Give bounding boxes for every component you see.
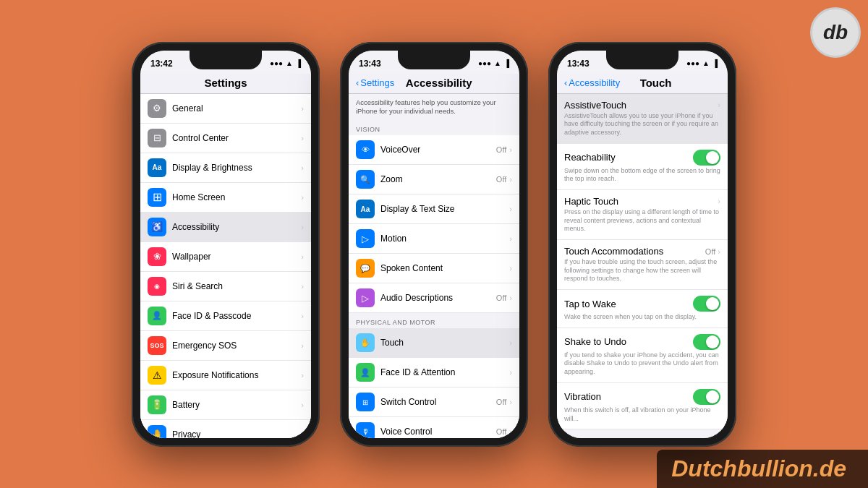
list-item[interactable]: ❀ Wallpaper › xyxy=(140,242,311,272)
list-item[interactable]: 🔍 Zoom Off › xyxy=(349,165,519,194)
time-2: 13:43 xyxy=(359,59,381,69)
back-button-3[interactable]: ‹ Accessibility xyxy=(564,77,620,88)
back-chevron-icon: ‹ xyxy=(564,77,567,88)
chevron-icon: › xyxy=(718,197,720,205)
item-value: Off xyxy=(496,294,506,302)
list-item[interactable]: 👁 VoiceOver Off › xyxy=(349,135,519,165)
assistivetouch-label: AssistiveTouch xyxy=(564,100,626,111)
reachability-item[interactable]: Reachability Swipe down on the bottom ed… xyxy=(557,144,728,190)
nav-title-2: Accessibility xyxy=(394,77,483,89)
list-item[interactable]: 💬 Spoken Content › xyxy=(349,254,519,283)
faceid-icon: 👤 xyxy=(148,307,166,325)
chevron-icon: › xyxy=(718,247,720,256)
assistivetouch-item[interactable]: AssistiveTouch › AssistiveTouch allows y… xyxy=(557,94,728,144)
back-label-3: Accessibility xyxy=(569,77,620,88)
list-item[interactable]: ▷ Audio Descriptions Off › xyxy=(349,283,519,313)
item-label: Privacy xyxy=(172,429,301,438)
privacy-icon: 🤚 xyxy=(148,425,166,438)
vibration-toggle[interactable] xyxy=(693,389,720,405)
chevron-icon: › xyxy=(301,401,304,409)
haptictouch-item[interactable]: Haptic Touch › Press on the display usin… xyxy=(557,190,728,240)
list-item[interactable]: ⊟ Control Center › xyxy=(140,124,311,153)
voiceover-icon: 👁 xyxy=(356,140,375,159)
content-1[interactable]: ⚙ General › ⊟ Control Center › Aa Displa… xyxy=(140,94,311,438)
item-label: Motion xyxy=(380,234,509,244)
shaketoundo-item[interactable]: Shake to Undo If you tend to shake your … xyxy=(557,328,728,383)
phone-1: 13:42 ●●● ▲ ▐ Settings ⚙ General › ⊟ Co xyxy=(132,42,320,447)
item-label: Home Screen xyxy=(172,192,301,202)
item-label: Control Center xyxy=(172,133,301,143)
wifi-icon: ▲ xyxy=(286,59,293,67)
item-label: Exposure Notifications xyxy=(172,370,301,380)
nav-bar-3: ‹ Accessibility Touch xyxy=(557,74,728,94)
db-logo: db xyxy=(810,7,861,58)
list-item[interactable]: SOS Emergency SOS › xyxy=(140,331,311,361)
motion-icon: ▷ xyxy=(356,229,375,248)
chevron-icon: › xyxy=(509,175,512,184)
list-item[interactable]: 🤚 Privacy › xyxy=(140,420,311,438)
notch-2 xyxy=(398,51,470,69)
list-item[interactable]: 🎙 Voice Control Off › xyxy=(349,417,519,437)
phone-3: 13:43 ●●● ▲ ▐ ‹ Accessibility Touch A xyxy=(548,42,736,447)
list-item[interactable]: 👤 Face ID & Attention › xyxy=(349,358,519,388)
list-item[interactable]: 🔋 Battery › xyxy=(140,390,311,420)
vibration-label: Vibration xyxy=(564,391,601,402)
list-item[interactable]: 👤 Face ID & Passcode › xyxy=(140,301,311,331)
wifi-icon: ▲ xyxy=(702,59,710,67)
wifi-icon: ▲ xyxy=(494,59,501,67)
toggle-knob xyxy=(706,151,719,164)
list-item[interactable]: Aa Display & Text Size › xyxy=(349,194,519,224)
item-label: Audio Descriptions xyxy=(380,293,496,303)
list-item[interactable]: ⊞ Switch Control Off › xyxy=(349,388,519,417)
time-3: 13:43 xyxy=(567,59,590,69)
signal-icon: ●●● xyxy=(686,59,699,67)
reachability-desc: Swipe down on the bottom edge of the scr… xyxy=(564,167,720,184)
status-icons-1: ●●● ▲ ▐ xyxy=(270,59,301,67)
wallpaper-icon: ❀ xyxy=(148,247,166,266)
chevron-icon: › xyxy=(509,205,512,213)
phones-container: 13:42 ●●● ▲ ▐ Settings ⚙ General › ⊟ Co xyxy=(117,27,751,461)
list-item[interactable]: ⚙ General › xyxy=(140,94,311,124)
back-button-2[interactable]: ‹ Settings xyxy=(356,77,394,88)
item-label: Zoom xyxy=(380,174,496,184)
reachability-toggle[interactable] xyxy=(693,150,720,166)
vibration-desc: When this switch is off, all vibration o… xyxy=(564,406,720,423)
taptowake-toggle[interactable] xyxy=(693,296,720,312)
status-icons-2: ●●● ▲ ▐ xyxy=(478,59,509,67)
touchaccom-item[interactable]: Touch Accommodations Off › If you have t… xyxy=(557,240,728,290)
reachability-label: Reachability xyxy=(564,152,616,163)
toggle-knob xyxy=(706,390,719,403)
list-item[interactable]: ⊞ Home Screen › xyxy=(140,183,311,213)
vibration-item[interactable]: Vibration When this switch is off, all v… xyxy=(557,383,728,429)
nav-title-1: Settings xyxy=(204,77,247,89)
item-label: Accessibility xyxy=(172,222,301,232)
taptowake-item[interactable]: Tap to Wake Wake the screen when you tap… xyxy=(557,290,728,328)
content-3[interactable]: AssistiveTouch › AssistiveTouch allows y… xyxy=(557,94,728,438)
list-item[interactable]: ◉ Siri & Search › xyxy=(140,272,311,301)
item-label: Battery xyxy=(172,400,301,410)
chevron-icon: › xyxy=(301,282,304,291)
touchaccom-label: Touch Accommodations xyxy=(564,246,663,257)
touchaccom-desc: If you have trouble using the touch scre… xyxy=(564,258,720,283)
chevron-icon: › xyxy=(509,294,512,302)
phone-2: 13:43 ●●● ▲ ▐ ‹ Settings Accessibility A… xyxy=(340,42,528,447)
list-item-accessibility[interactable]: ♿ Accessibility › xyxy=(140,213,311,242)
chevron-icon: › xyxy=(301,104,304,113)
list-item-touch[interactable]: ✋ Touch › xyxy=(349,328,519,358)
toggle-knob xyxy=(706,335,719,348)
toggle-knob xyxy=(706,297,719,310)
list-item[interactable]: ▷ Motion › xyxy=(349,224,519,254)
section-physical: PHYSICAL AND MOTOR xyxy=(349,313,519,328)
time-1: 13:42 xyxy=(150,59,173,69)
sos-icon: SOS xyxy=(148,336,166,355)
watermark-suffix: .de xyxy=(813,455,846,481)
shaketoundo-toggle[interactable] xyxy=(693,334,720,350)
item-label: Face ID & Attention xyxy=(380,367,509,377)
item-label: Face ID & Passcode xyxy=(172,311,301,321)
chevron-icon: › xyxy=(301,193,304,202)
content-2[interactable]: Accessibility features help you customiz… xyxy=(349,94,519,438)
taptowake-desc: Wake the screen when you tap on the disp… xyxy=(564,313,720,322)
item-label: Switch Control xyxy=(380,397,496,407)
list-item[interactable]: ⚠ Exposure Notifications › xyxy=(140,361,311,390)
list-item[interactable]: Aa Display & Brightness › xyxy=(140,153,311,183)
